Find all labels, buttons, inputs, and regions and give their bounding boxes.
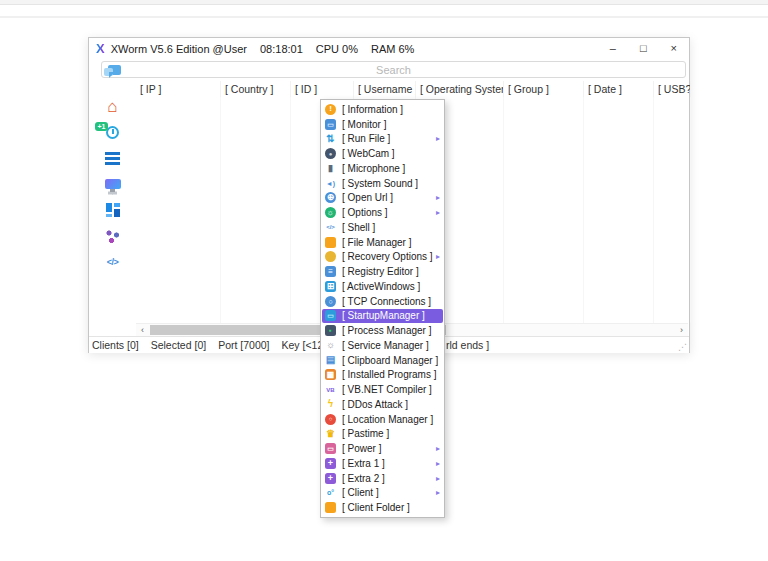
menu-item-label: [ DDos Attack ] (342, 399, 440, 410)
menu-item-label: [ Power ] (342, 443, 436, 454)
column-gridline (584, 97, 654, 323)
key-icon (325, 251, 336, 262)
menu-item-registryeditor[interactable]: ≡[ Registry Editor ] (321, 264, 444, 279)
menu-item-information[interactable]: ![ Information ] (321, 102, 444, 117)
menu-item-processmanager[interactable]: ▪[ Process Manager ] (321, 323, 444, 338)
menu-item-label: [ TCP Connections ] (342, 296, 440, 307)
menu-item-client[interactable]: o°[ Client ]▸ (321, 486, 444, 501)
submenu-arrow-icon: ▸ (436, 444, 440, 453)
menu-item-pastime[interactable]: ♛[ Pastime ] (321, 427, 444, 442)
clipboard-icon: ▤ (325, 355, 336, 366)
menu-item-runfile[interactable]: ⇅[ Run File ]▸ (321, 132, 444, 147)
submenu-arrow-icon: ▸ (436, 208, 440, 217)
column-header[interactable]: [ ID ] (291, 81, 354, 97)
menu-item-label: [ Clipboard Manager ] (342, 355, 440, 366)
menu-item-clientfolder[interactable]: [ Client Folder ] (321, 500, 444, 515)
grid-header: [ IP ][ Country ][ ID ][ Username ][ Ope… (136, 81, 688, 97)
close-button[interactable]: × (671, 43, 677, 54)
scroll-right-arrow-icon[interactable]: › (675, 324, 688, 336)
titlebar-cpu: CPU 0% (316, 43, 358, 55)
menu-item-vbnetcompiler[interactable]: VB[ VB.NET Compiler ] (321, 382, 444, 397)
sidebar-item-apps-grid[interactable] (89, 197, 136, 223)
submenu-arrow-icon: ▸ (436, 474, 440, 483)
lightning-icon: ϟ (325, 399, 336, 410)
client-nodes-icon: o° (325, 487, 336, 498)
sidebar-item-connections-graph[interactable] (89, 223, 136, 249)
titlebar[interactable]: X XWorm V5.6 Edition @User 08:18:01 CPU … (89, 38, 689, 59)
client-context-menu: ![ Information ]▭[ Monitor ]⇅[ Run File … (320, 99, 445, 518)
menu-item-label: [ Open Url ] (342, 192, 436, 203)
connections-graph-icon (105, 229, 120, 244)
menu-item-power[interactable]: ▭[ Power ]▸ (321, 441, 444, 456)
menu-item-shell[interactable]: </>[ Shell ] (321, 220, 444, 235)
menu-item-label: [ Client ] (342, 487, 436, 498)
code-icon: </> (107, 258, 119, 267)
titlebar-ram: RAM 6% (371, 43, 414, 55)
menu-item-label: [ Extra 2 ] (342, 473, 436, 484)
extra1-plus-icon: + (325, 458, 336, 469)
menu-item-locationmanager[interactable]: ○[ Location Manager ] (321, 412, 444, 427)
column-header[interactable]: [ IP ] (136, 81, 221, 97)
client-list-icon (105, 152, 120, 165)
minimize-button[interactable]: – (610, 43, 616, 54)
menu-item-installedprograms[interactable]: ▦[ Installed Programs ] (321, 368, 444, 383)
menu-item-recoveryoptions[interactable]: [ Recovery Options ]▸ (321, 250, 444, 265)
globe-alert-icon: ○ (325, 296, 336, 307)
menu-item-options[interactable]: ☼[ Options ]▸ (321, 205, 444, 220)
menu-item-clipboardmanager[interactable]: ▤[ Clipboard Manager ] (321, 353, 444, 368)
app-logo-icon: X (96, 42, 105, 55)
column-header[interactable]: [ Username ] (354, 81, 416, 97)
submenu-arrow-icon: ▸ (436, 252, 440, 261)
recent-clients-icon: +1 (106, 126, 119, 139)
sidebar-item-remote-desktop[interactable] (89, 171, 136, 197)
menu-item-label: [ VB.NET Compiler ] (342, 384, 440, 395)
column-header[interactable]: [ Date ] (584, 81, 654, 97)
column-header[interactable]: [ Group ] (504, 81, 584, 97)
menu-item-startupmanager[interactable]: ▭[ StartupManager ] (322, 309, 443, 324)
search-input[interactable] (126, 62, 661, 77)
column-header[interactable]: [ Operating System ] (416, 81, 504, 97)
information-icon: ! (325, 104, 336, 115)
column-gridline (654, 97, 691, 323)
column-header[interactable]: [ USB? ] (654, 81, 691, 97)
menu-item-extra1[interactable]: +[ Extra 1 ]▸ (321, 456, 444, 471)
vb-compiler-icon: VB (325, 384, 336, 395)
sidebar: ⌂+1</> (89, 93, 136, 323)
menu-item-microphone[interactable]: ▮[ Microphone ] (321, 161, 444, 176)
menu-item-activewindows[interactable]: ⊞[ ActiveWindows ] (321, 279, 444, 294)
menu-item-label: [ Installed Programs ] (342, 369, 440, 380)
sidebar-item-recent-clients[interactable]: +1 (89, 119, 136, 145)
extra2-plus-icon: + (325, 473, 336, 484)
menu-item-label: [ Options ] (342, 207, 436, 218)
status-right-fragment: rld ends ] (446, 339, 489, 351)
new-clients-badge: +1 (95, 122, 108, 131)
maximize-button[interactable]: □ (640, 43, 647, 54)
menu-item-systemsound[interactable]: ◄)[ System Sound ] (321, 176, 444, 191)
scroll-left-arrow-icon[interactable]: ‹ (136, 324, 149, 336)
menu-item-servicemanager[interactable]: ☼[ Service Manager ] (321, 338, 444, 353)
menu-item-ddosattack[interactable]: ϟ[ DDos Attack ] (321, 397, 444, 412)
menu-item-extra2[interactable]: +[ Extra 2 ]▸ (321, 471, 444, 486)
menu-item-filemanager[interactable]: [ File Manager ] (321, 235, 444, 250)
menu-item-label: [ Extra 1 ] (342, 458, 436, 469)
menu-item-monitor[interactable]: ▭[ Monitor ] (321, 117, 444, 132)
status-item: Clients [0] (92, 339, 139, 351)
menu-item-label: [ WebCam ] (342, 148, 440, 159)
menu-item-label: [ Pastime ] (342, 428, 440, 439)
sidebar-item-client-list[interactable] (89, 145, 136, 171)
run-file-icon: ⇅ (325, 133, 336, 144)
resize-grip-icon[interactable]: ⋰ (678, 342, 687, 352)
sidebar-item-home[interactable]: ⌂ (89, 93, 136, 119)
windows-icon: ⊞ (325, 281, 336, 292)
sidebar-item-code[interactable]: </> (89, 249, 136, 275)
menu-item-webcam[interactable]: ●[ WebCam ] (321, 146, 444, 161)
folder-icon (325, 237, 336, 248)
menu-item-label: [ Microphone ] (342, 163, 440, 174)
menu-item-openurl[interactable]: ⊕[ Open Url ]▸ (321, 191, 444, 206)
menu-item-label: [ Shell ] (342, 222, 440, 233)
submenu-arrow-icon: ▸ (436, 488, 440, 497)
column-header[interactable]: [ Country ] (221, 81, 291, 97)
menu-item-tcpconnections[interactable]: ○[ TCP Connections ] (321, 294, 444, 309)
power-monitor-icon: ▭ (325, 443, 336, 454)
column-gridline (504, 97, 584, 323)
